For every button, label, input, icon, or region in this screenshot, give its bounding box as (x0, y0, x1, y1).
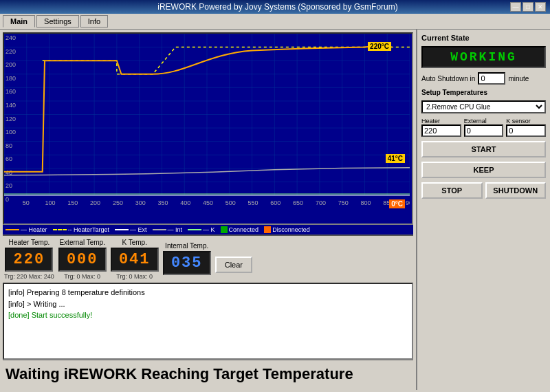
legend-k: — K (188, 226, 215, 233)
working-display: WORKING (421, 46, 546, 68)
tab-info[interactable]: Info (80, 15, 108, 28)
tab-main[interactable]: Main (3, 15, 35, 28)
external-temp-sub: Trg: 0 Max: 0 (64, 273, 100, 280)
legend-heatertarget-label: -- HeaterTarget (68, 226, 110, 233)
k-temp-label: K Temp. (122, 239, 147, 246)
legend-int: — Int (153, 226, 183, 233)
ksensor-input-label: K sensor (506, 118, 546, 124)
log-area: [info] Preparing 8 temperature definitio… (3, 283, 413, 360)
stop-button[interactable]: STOP (421, 182, 483, 199)
k-temp-sub: Trg: 0 Max: 0 (116, 273, 153, 280)
legend-heater-label: — Heater (21, 226, 47, 233)
ksensor-input[interactable] (506, 124, 546, 137)
external-temp-label: External Temp. (59, 239, 105, 246)
legend-disconnected-label: Disconnected (272, 226, 310, 233)
close-btn[interactable]: ✕ (535, 2, 546, 12)
legend-connected: Connected (221, 226, 259, 233)
heater-temp-display: 220 (5, 248, 53, 272)
temp-displays: Heater Temp. 220 Trg: 220 Max: 240 Exter… (3, 236, 413, 283)
setup-dropdown[interactable]: 2.Remove CPU Glue (421, 100, 546, 113)
menu-bar: Main Settings Info (0, 14, 550, 30)
external-temp-group: External Temp. 000 Trg: 0 Max: 0 (58, 239, 107, 280)
title-bar: iREWORK Powered by Jovy Systems (Sponsor… (0, 0, 550, 14)
minimize-btn[interactable]: — (510, 2, 521, 12)
internal-temp-display: 035 (163, 251, 211, 275)
chart-legend: — Heater -- HeaterTarget — Ext — Int — K… (3, 225, 413, 236)
legend-heatertarget: -- HeaterTarget (53, 226, 110, 233)
setup-temps-label: Setup Temperatures (421, 89, 546, 96)
tab-settings[interactable]: Settings (36, 15, 79, 28)
right-panel: Current State WORKING Auto Shutdown in m… (416, 30, 550, 390)
auto-shutdown-row: Auto Shutdown in minute (421, 72, 546, 85)
legend-heater: — Heater (6, 226, 47, 233)
window-controls: — □ ✕ (510, 2, 546, 12)
heater-temp-group: Heater Temp. 220 Trg: 220 Max: 240 (4, 239, 54, 280)
app-title: iREWORK Powered by Jovy Systems (Sponsor… (157, 2, 397, 12)
heater-temp-sub: Trg: 220 Max: 240 (4, 273, 54, 280)
external-input-group: External (464, 118, 504, 137)
maximize-btn[interactable]: □ (522, 2, 534, 12)
internal-temp-group: Internal Temp. 035 (163, 242, 211, 276)
external-temp-display: 000 (58, 248, 107, 272)
legend-ext-label: — Ext (130, 226, 147, 233)
bottom-marquee: Waiting iREWORK Reaching Target Temperat… (3, 360, 413, 387)
chart-label-41: 41°C (386, 154, 405, 163)
heater-input-group: Heater (421, 118, 461, 137)
legend-disconnected: Disconnected (264, 226, 310, 233)
log-line-0: [info] Preparing 8 temperature definitio… (8, 287, 408, 298)
legend-connected-label: Connected (229, 226, 259, 233)
shutdown-button[interactable]: SHUTDOWN (485, 182, 547, 199)
heater-temp-label: Heater Temp. (8, 239, 50, 246)
start-button[interactable]: START (421, 141, 546, 157)
auto-shutdown-unit: minute (508, 75, 529, 83)
auto-shutdown-label: Auto Shutdown in (421, 75, 475, 83)
chart-area: 220°C 41°C 0°C (3, 32, 413, 225)
external-input-label: External (464, 118, 504, 124)
chart-label-0: 0°C (389, 199, 405, 208)
k-temp-group: K Temp. 041 Trg: 0 Max: 0 (111, 239, 159, 280)
current-state-label: Current State (421, 34, 546, 42)
marquee-text: Waiting iREWORK Reaching Target Temperat… (6, 365, 353, 383)
log-line-1: [info] > Writing ... (8, 298, 408, 310)
left-panel: 220°C 41°C 0°C — Heater -- HeaterTarget … (0, 30, 416, 390)
keep-button[interactable]: KEEP (421, 162, 546, 178)
main-content: 220°C 41°C 0°C — Heater -- HeaterTarget … (0, 30, 550, 390)
legend-k-label: — K (203, 226, 215, 233)
heater-input[interactable] (421, 124, 461, 137)
temp-inputs-row: Heater External K sensor (421, 118, 546, 137)
clear-button[interactable]: Clear (215, 257, 252, 273)
stop-shutdown-row: STOP SHUTDOWN (421, 182, 546, 199)
heater-input-label: Heater (421, 118, 461, 124)
ksensor-input-group: K sensor (506, 118, 546, 137)
legend-int-label: — Int (168, 226, 183, 233)
auto-shutdown-input[interactable] (478, 72, 505, 85)
external-input[interactable] (464, 124, 504, 137)
legend-ext: — Ext (115, 226, 147, 233)
log-line-2: [done] Start successfully! (8, 309, 408, 321)
chart-label-220: 220°C (368, 42, 391, 51)
k-temp-display: 041 (111, 248, 159, 272)
internal-temp-label: Internal Temp. (165, 242, 208, 250)
